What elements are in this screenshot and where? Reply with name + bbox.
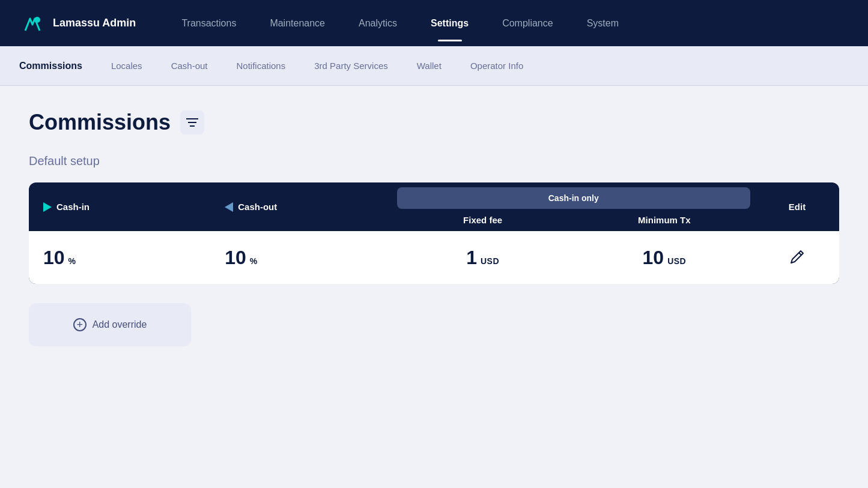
header-cash-in-only: Cash-in only Fixed fee Minimum Tx: [392, 182, 756, 231]
subnav-cash-out[interactable]: Cash-out: [157, 46, 222, 86]
cell-min-tx: 10 USD: [574, 232, 755, 283]
brand-name: Lamassu Admin: [53, 17, 136, 29]
header-minimum-tx: Minimum Tx: [574, 209, 755, 231]
sub-navigation: Commissions Locales Cash-out Notificatio…: [0, 46, 868, 86]
brand: Lamassu Admin: [19, 10, 136, 37]
header-edit: Edit: [755, 182, 839, 231]
subnav-3rd-party[interactable]: 3rd Party Services: [300, 46, 402, 86]
svg-line-5: [799, 253, 801, 255]
brand-logo: [19, 10, 46, 37]
add-override-label: Add override: [93, 319, 147, 330]
filter-button[interactable]: [180, 110, 204, 134]
fixed-fee-value: 1: [466, 247, 477, 269]
page-header: Commissions: [29, 110, 839, 135]
edit-row-button[interactable]: [789, 249, 806, 267]
cell-cash-in: 10 %: [29, 232, 210, 283]
table-row: 10 % 10 % 1 USD 10 USD: [29, 231, 839, 284]
min-tx-unit: USD: [667, 256, 686, 269]
top-navigation: Lamassu Admin Transactions Maintenance A…: [0, 0, 868, 46]
section-title: Default setup: [29, 154, 839, 168]
nav-compliance[interactable]: Compliance: [485, 0, 569, 46]
commission-table: Cash-in Cash-out Cash-in only Fixed fee …: [29, 182, 839, 284]
cash-in-value: 10: [43, 247, 65, 269]
header-cash-out: Cash-out: [210, 182, 392, 231]
fixed-fee-unit: USD: [481, 256, 499, 269]
nav-transactions[interactable]: Transactions: [165, 0, 253, 46]
cash-out-value: 10: [225, 247, 246, 269]
nav-analytics[interactable]: Analytics: [342, 0, 414, 46]
subnav-operator-info[interactable]: Operator Info: [456, 46, 538, 86]
cash-in-only-label: Cash-in only: [397, 187, 751, 209]
cell-edit: [755, 234, 839, 282]
subnav-locales[interactable]: Locales: [97, 46, 157, 86]
nav-settings[interactable]: Settings: [414, 0, 485, 46]
cash-in-arrow-icon: [43, 202, 52, 212]
page-title: Commissions: [29, 110, 171, 135]
edit-icon: [789, 249, 806, 265]
main-content: Commissions Default setup Cash-in: [0, 86, 868, 370]
add-override-button[interactable]: + Add override: [29, 303, 191, 346]
filter-icon: [186, 118, 198, 127]
cash-out-arrow-icon: [225, 202, 233, 212]
header-cash-in: Cash-in: [29, 182, 210, 231]
cell-cash-out: 10 %: [210, 232, 392, 283]
min-tx-value: 10: [643, 247, 664, 269]
cell-fixed-fee: 1 USD: [392, 232, 574, 283]
top-nav-items: Transactions Maintenance Analytics Setti…: [165, 0, 849, 46]
cash-out-unit: %: [250, 256, 258, 269]
header-fixed-fee: Fixed fee: [392, 209, 574, 231]
plus-circle-icon: +: [73, 318, 86, 331]
subnav-notifications[interactable]: Notifications: [222, 46, 300, 86]
cash-in-unit: %: [68, 256, 76, 269]
nav-maintenance[interactable]: Maintenance: [253, 0, 342, 46]
table-header: Cash-in Cash-out Cash-in only Fixed fee …: [29, 182, 839, 231]
nav-system[interactable]: System: [570, 0, 636, 46]
subnav-commissions[interactable]: Commissions: [19, 46, 97, 86]
subnav-wallet[interactable]: Wallet: [402, 46, 456, 86]
